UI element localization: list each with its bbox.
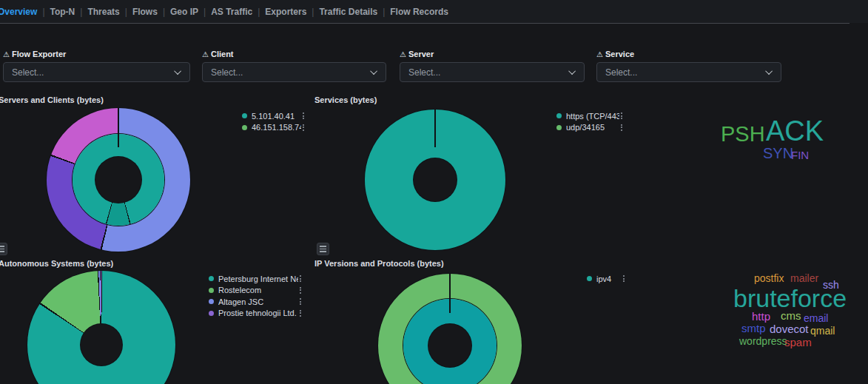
legend-item-label: udp/34165: [566, 123, 619, 132]
servers-clients-legend: 5.101.40.4146.151.158.74: [242, 112, 306, 135]
cloud-word-email[interactable]: email: [804, 313, 828, 323]
nav-separator: |: [125, 7, 127, 17]
cloud-word-smtp[interactable]: smtp: [741, 323, 766, 334]
legend-item[interactable]: udp/34165: [556, 124, 624, 132]
cloud-word-http[interactable]: http: [752, 311, 770, 322]
kebab-menu-icon[interactable]: [298, 274, 303, 283]
nav-item-traffic-details[interactable]: Traffic Details: [319, 7, 377, 17]
server-label-text: Server: [408, 50, 434, 58]
cloud-word-postfix[interactable]: postfix: [754, 273, 784, 283]
table-view-button[interactable]: [317, 243, 329, 255]
chart-title-servers-clients: Servers and Clients (bytes): [0, 95, 104, 104]
chevron-down-icon: [174, 67, 181, 75]
cloud-word-spam[interactable]: spam: [784, 337, 812, 348]
legend-color-dot: [209, 288, 214, 293]
flow-exporter-select-value: Select...: [12, 67, 44, 78]
nav-item-flow-records[interactable]: Flow Records: [390, 7, 448, 17]
autonomous-systems-donut-chart[interactable]: [27, 271, 175, 384]
legend-item[interactable]: Altagen JSC: [209, 297, 303, 306]
legend-color-dot: [242, 125, 247, 130]
kebab-menu-icon[interactable]: [298, 286, 303, 294]
filter-service: ⚠ Service Select...: [596, 50, 781, 82]
cloud-word-fin[interactable]: FIN: [791, 149, 809, 161]
client-select-value: Select...: [211, 67, 243, 78]
warning-triangle-icon: ⚠: [596, 50, 603, 58]
legend-color-dot: [209, 276, 214, 281]
flow-exporter-label-text: Flow Exporter: [12, 50, 66, 58]
cloud-word-wordpress[interactable]: wordpress: [739, 336, 787, 346]
nav-separator: |: [383, 7, 385, 17]
nav-separator: |: [163, 7, 165, 17]
nav-separator: |: [312, 7, 314, 17]
nav-item-flows[interactable]: Flows: [132, 7, 158, 17]
server-select[interactable]: Select...: [400, 62, 585, 82]
legend-item[interactable]: ipv4: [587, 274, 626, 283]
client-label: ⚠ Client: [202, 50, 386, 58]
legend-item[interactable]: Rostelecom: [209, 286, 303, 294]
nav-separator: |: [258, 7, 260, 17]
legend-color-dot: [556, 113, 562, 118]
chevron-down-icon: [370, 67, 377, 75]
service-label-text: Service: [605, 50, 634, 58]
nav-item-overview[interactable]: Overview: [0, 7, 37, 17]
autonomous-systems-legend: Petersburg Internet Net...RostelecomAlta…: [209, 274, 303, 320]
flow-exporter-label: ⚠ Flow Exporter: [3, 50, 190, 58]
services-legend: https (TCP/443)udp/34165: [556, 112, 624, 135]
cloud-word-psh[interactable]: PSH: [721, 124, 765, 145]
filter-flow-exporter: ⚠ Flow Exporter Select...: [3, 50, 190, 82]
servers-clients-donut-chart[interactable]: [47, 108, 190, 252]
cloud-word-ack[interactable]: ACK: [766, 117, 824, 145]
chevron-down-icon: [568, 67, 576, 75]
nav-item-exporters[interactable]: Exporters: [265, 7, 306, 17]
warning-triangle-icon: ⚠: [202, 50, 209, 58]
legend-item-label: Prostie tehnologii Ltd.: [218, 309, 298, 317]
cloud-word-mailer[interactable]: mailer: [790, 273, 818, 283]
kebab-menu-icon[interactable]: [622, 274, 626, 283]
nav-item-as-traffic[interactable]: AS Traffic: [211, 7, 252, 17]
donut-hole: [428, 324, 471, 367]
ip-versions-donut-chart[interactable]: [378, 274, 522, 384]
legend-item[interactable]: 46.151.158.74: [242, 124, 306, 132]
kebab-menu-icon[interactable]: [301, 112, 306, 120]
nav-item-geo-ip[interactable]: Geo IP: [170, 7, 198, 17]
legend-item-label: 5.101.40.41: [252, 112, 301, 121]
flow-exporter-select[interactable]: Select...: [3, 62, 190, 82]
legend-color-dot: [209, 299, 214, 304]
nav-divider: [0, 23, 850, 24]
kebab-menu-icon[interactable]: [301, 124, 306, 132]
services-donut-chart[interactable]: [365, 110, 505, 250]
legend-color-dot: [242, 113, 247, 118]
legend-item[interactable]: Prostie tehnologii Ltd.: [209, 309, 303, 317]
filter-client: ⚠ Client Select...: [202, 50, 386, 82]
nav-item-top-n[interactable]: Top-N: [50, 7, 75, 17]
donut-hole: [95, 157, 141, 203]
legend-item-label: Altagen JSC: [218, 297, 298, 306]
legend-item[interactable]: Petersburg Internet Net...: [209, 274, 303, 283]
chart-title-autonomous-systems: Autonomous Systems (bytes): [0, 259, 113, 268]
legend-item-label: Petersburg Internet Net...: [218, 274, 298, 283]
legend-item[interactable]: 5.101.40.41: [242, 112, 306, 120]
top-nav: Overview|Top-N|Threats|Flows|Geo IP|AS T…: [0, 7, 448, 17]
kebab-menu-icon[interactable]: [619, 124, 624, 132]
legend-item[interactable]: https (TCP/443): [556, 112, 624, 120]
ip-versions-legend: ipv4: [587, 274, 626, 286]
service-select[interactable]: Select...: [596, 62, 781, 82]
cloud-word-dovecot[interactable]: dovecot: [770, 323, 809, 334]
chart-title-services: Services (bytes): [314, 95, 377, 104]
table-view-button[interactable]: [0, 243, 7, 255]
cloud-word-cms[interactable]: cms: [781, 310, 801, 321]
nav-item-threats[interactable]: Threats: [87, 7, 119, 17]
kebab-menu-icon[interactable]: [619, 112, 624, 120]
chart-title-ip-versions: IP Versions and Protocols (bytes): [314, 259, 444, 268]
filter-server: ⚠ Server Select...: [400, 50, 585, 82]
cloud-word-bruteforce[interactable]: bruteforce: [733, 286, 847, 311]
cloud-word-qmail[interactable]: qmail: [810, 326, 835, 336]
server-select-value: Select...: [408, 67, 440, 78]
legend-color-dot: [587, 276, 592, 281]
kebab-menu-icon[interactable]: [298, 309, 303, 317]
client-select[interactable]: Select...: [202, 62, 386, 82]
cloud-word-syn[interactable]: SYN: [763, 146, 793, 161]
chevron-down-icon: [765, 67, 773, 75]
nav-separator: |: [42, 7, 44, 17]
kebab-menu-icon[interactable]: [298, 297, 303, 306]
